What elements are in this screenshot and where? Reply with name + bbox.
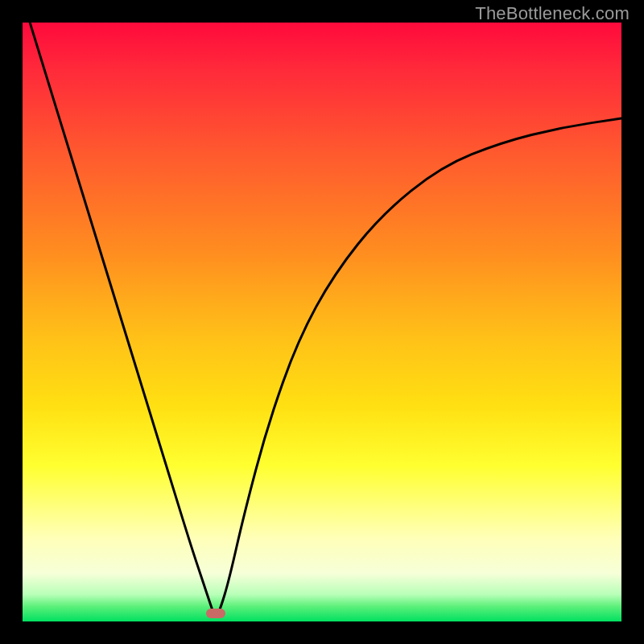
bottleneck-curve — [23, 23, 621, 621]
watermark-text: TheBottleneck.com — [475, 3, 630, 24]
chart-frame: TheBottleneck.com — [0, 0, 644, 644]
chart-plot-area — [23, 23, 621, 621]
